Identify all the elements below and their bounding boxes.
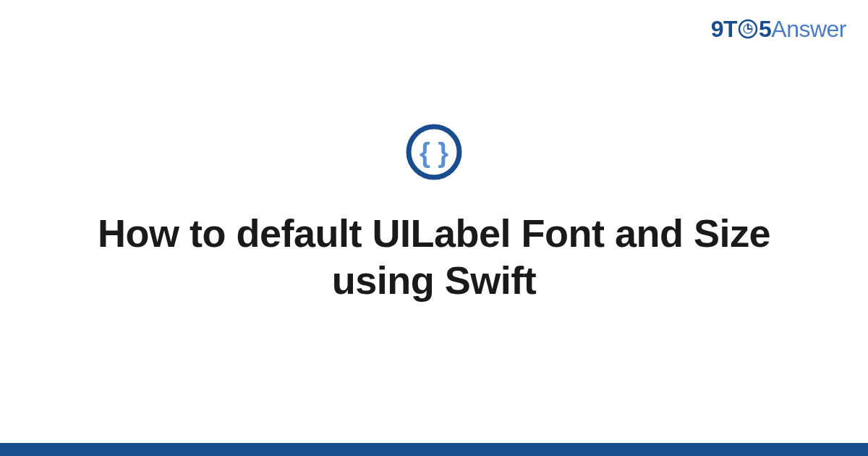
code-braces-icon: { } xyxy=(405,123,463,181)
main-content: { } How to default UILabel Font and Size… xyxy=(0,0,868,456)
footer-bar xyxy=(0,443,868,456)
page-title: How to default UILabel Font and Size usi… xyxy=(72,210,796,304)
svg-text:{ }: { } xyxy=(420,138,448,168)
